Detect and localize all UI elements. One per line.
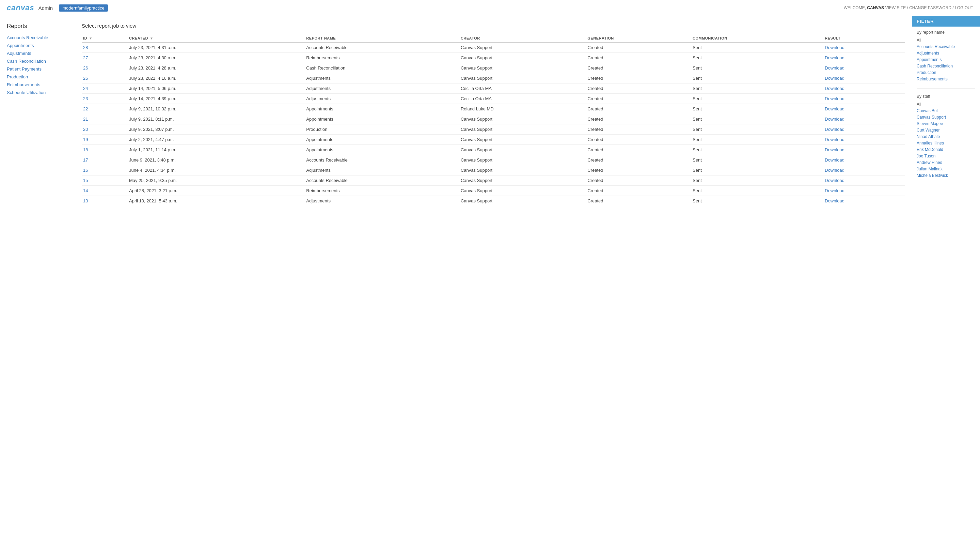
table-row[interactable]: 16June 4, 2021, 4:34 p.m.AdjustmentsCanv… <box>82 165 905 176</box>
filter-staff-link[interactable]: Joe Tuson <box>917 154 935 158</box>
download-link[interactable]: Download <box>825 76 845 81</box>
filter-staff-list: AllCanvas BotCanvas SupportSteven MageeC… <box>917 102 975 178</box>
filter-staff-link[interactable]: Julian Malinak <box>917 167 943 171</box>
table-col-result: RESULT <box>822 34 905 43</box>
cell-created: April 10, 2021, 5:43 a.m. <box>126 196 304 206</box>
sidebar-nav-link[interactable]: Appointments <box>7 43 34 48</box>
table-col-created[interactable]: CREATED ▼ <box>126 34 304 43</box>
download-link[interactable]: Download <box>825 86 845 91</box>
filter-staff-link[interactable]: Canvas Bot <box>917 109 938 113</box>
filter-staff-link[interactable]: Steven Magee <box>917 121 943 126</box>
table-row[interactable]: 25July 23, 2021, 4:16 a.m.AdjustmentsCan… <box>82 73 905 83</box>
table-row[interactable]: 14April 28, 2021, 3:21 p.m.Reimbursement… <box>82 186 905 196</box>
table-row[interactable]: 18July 1, 2021, 11:14 p.m.AppointmentsCa… <box>82 145 905 155</box>
filter-staff-link[interactable]: All <box>917 102 921 107</box>
sidebar-nav-link[interactable]: Production <box>7 74 28 80</box>
sidebar-nav-item: Reimbursements <box>7 82 68 87</box>
filter-staff-link[interactable]: Ninad Athale <box>917 134 940 139</box>
sidebar-nav-link[interactable]: Patient Payments <box>7 67 41 72</box>
welcome-text: WELCOME, <box>844 5 866 10</box>
download-link[interactable]: Download <box>825 198 845 203</box>
filter-staff-item: Joe Tuson <box>917 153 975 158</box>
download-link[interactable]: Download <box>825 168 845 173</box>
filter-staff-link[interactable]: Michela Bestwick <box>917 173 948 178</box>
sidebar-nav-item: Schedule Utilization <box>7 90 68 95</box>
cell-created: July 14, 2021, 5:06 p.m. <box>126 83 304 94</box>
cell-communication: Sent <box>690 63 822 73</box>
cell-created: July 14, 2021, 4:39 p.m. <box>126 94 304 104</box>
cell-report_name: Accounts Receivable <box>304 43 458 53</box>
table-row[interactable]: 26July 23, 2021, 4:28 a.m.Cash Reconcili… <box>82 63 905 73</box>
sidebar-nav-link[interactable]: Adjustments <box>7 51 31 56</box>
download-link[interactable]: Download <box>825 147 845 152</box>
table-row[interactable]: 21July 9, 2021, 8:11 p.m.AppointmentsCan… <box>82 114 905 125</box>
sort-arrow-id: ▼ <box>88 37 92 40</box>
filter-staff-item: Ninad Athale <box>917 134 975 139</box>
view-site-link[interactable]: VIEW SITE <box>885 5 906 10</box>
cell-report_name: Reimbursements <box>304 53 458 63</box>
filter-staff-link[interactable]: Andrew Hines <box>917 160 942 165</box>
sidebar-nav-link[interactable]: Reimbursements <box>7 82 40 87</box>
sidebar-nav-link[interactable]: Accounts Receivable <box>7 35 48 40</box>
filter-report-link[interactable]: Reimbursements <box>917 77 948 81</box>
table-row[interactable]: 27July 23, 2021, 4:30 a.m.Reimbursements… <box>82 53 905 63</box>
filter-staff-link[interactable]: Canvas Support <box>917 115 946 120</box>
filter-staff-title: By staff <box>917 94 975 99</box>
main-content: Select report job to view ID ▼CREATED ▼R… <box>75 16 912 534</box>
cell-creator: Canvas Support <box>458 155 585 165</box>
filter-staff-link[interactable]: Erik McDonald <box>917 147 943 152</box>
header: canvas Admin modernfamilypractice WELCOM… <box>0 0 980 16</box>
admin-label: Admin <box>38 5 53 11</box>
table-col-id[interactable]: ID ▼ <box>82 34 126 43</box>
download-link[interactable]: Download <box>825 45 845 50</box>
org-badge[interactable]: modernfamilypractice <box>59 5 108 11</box>
download-link[interactable]: Download <box>825 96 845 101</box>
download-link[interactable]: Download <box>825 157 845 163</box>
filter-panel: FILTER By report name AllAccounts Receiv… <box>912 16 980 534</box>
cell-created: July 23, 2021, 4:16 a.m. <box>126 73 304 83</box>
filter-report-item: Production <box>917 70 975 75</box>
sidebar-nav-link[interactable]: Cash Reconciliation <box>7 59 46 64</box>
cell-communication: Sent <box>690 125 822 134</box>
table-row[interactable]: 15May 25, 2021, 9:35 p.m.Accounts Receiv… <box>82 176 905 186</box>
table-row[interactable]: 20July 9, 2021, 8:07 p.m.ProductionCanva… <box>82 125 905 134</box>
download-link[interactable]: Download <box>825 106 845 112</box>
filter-report-link[interactable]: Production <box>917 70 936 75</box>
change-password-link[interactable]: CHANGE PASSWORD <box>909 5 951 10</box>
cell-id: 13 <box>82 196 126 206</box>
cell-generation: Created <box>585 114 690 125</box>
filter-report-link[interactable]: All <box>917 38 921 43</box>
filter-staff-link[interactable]: Curt Wagner <box>917 128 940 133</box>
table-row[interactable]: 24July 14, 2021, 5:06 p.m.AdjustmentsCec… <box>82 83 905 94</box>
download-link[interactable]: Download <box>825 127 845 132</box>
filter-divider <box>917 88 975 89</box>
filter-staff-link[interactable]: Annalies Hines <box>917 141 944 145</box>
download-link[interactable]: Download <box>825 117 845 121</box>
download-link[interactable]: Download <box>825 137 845 142</box>
table-row[interactable]: 17June 9, 2021, 3:48 p.m.Accounts Receiv… <box>82 155 905 165</box>
table-row[interactable]: 13April 10, 2021, 5:43 a.m.AdjustmentsCa… <box>82 196 905 206</box>
cell-generation: Created <box>585 196 690 206</box>
table-row[interactable]: 19July 2, 2021, 4:47 p.m.AppointmentsCan… <box>82 134 905 145</box>
header-left: canvas Admin modernfamilypractice <box>7 3 108 12</box>
filter-report-link[interactable]: Cash Reconciliation <box>917 64 953 69</box>
download-link[interactable]: Download <box>825 178 845 183</box>
cell-creator: Canvas Support <box>458 186 585 196</box>
table-row[interactable]: 22July 9, 2021, 10:32 p.m.AppointmentsRo… <box>82 104 905 114</box>
download-link[interactable]: Download <box>825 65 845 70</box>
filter-report-link[interactable]: Adjustments <box>917 51 939 56</box>
table-row[interactable]: 28July 23, 2021, 4:31 a.m.Accounts Recei… <box>82 43 905 53</box>
filter-report-link[interactable]: Accounts Receivable <box>917 44 955 49</box>
log-out-link[interactable]: LOG OUT <box>955 5 973 10</box>
filter-report-link[interactable]: Appointments <box>917 57 942 62</box>
cell-created: May 25, 2021, 9:35 p.m. <box>126 176 304 186</box>
download-link[interactable]: Download <box>825 188 845 193</box>
table-row[interactable]: 23July 14, 2021, 4:39 p.m.AdjustmentsCec… <box>82 94 905 104</box>
username: CANVAS <box>867 5 884 10</box>
cell-communication: Sent <box>690 196 822 206</box>
cell-report_name: Adjustments <box>304 165 458 176</box>
download-link[interactable]: Download <box>825 55 845 60</box>
cell-id: 28 <box>82 43 126 53</box>
sidebar-nav-item: Accounts Receivable <box>7 35 68 40</box>
sidebar-nav-link[interactable]: Schedule Utilization <box>7 90 46 95</box>
